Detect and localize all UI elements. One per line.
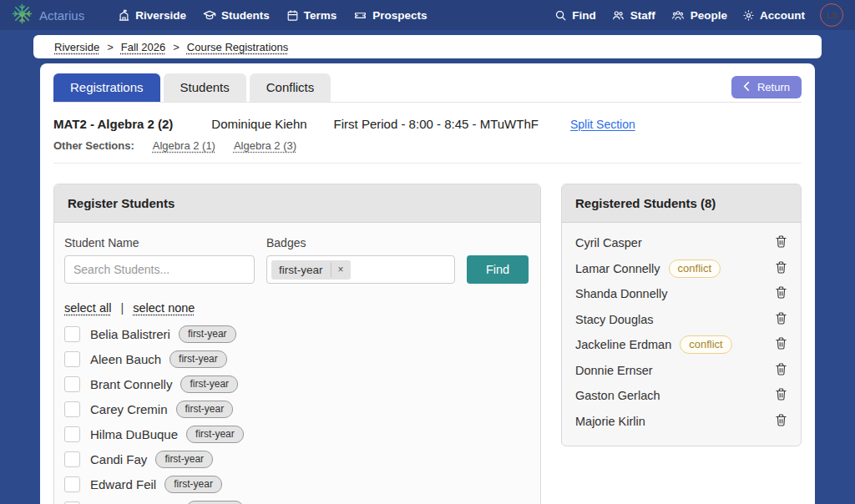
first-year-badge: first-year bbox=[186, 501, 244, 504]
user-avatar[interactable]: LS bbox=[820, 3, 843, 27]
trash-icon bbox=[775, 336, 787, 353]
student-name: Edward Feil bbox=[90, 477, 156, 491]
nav-item-staff[interactable]: Staff bbox=[611, 9, 655, 22]
register-panel-body: Student Name Badges first-year × bbox=[54, 223, 540, 504]
course-info-row: MAT2 - Algebra 2 (2) Dominique Kiehn Fir… bbox=[53, 117, 802, 131]
registered-student-name: Majorie Kirlin bbox=[575, 415, 645, 428]
first-year-badge: first-year bbox=[176, 401, 234, 418]
student-row: Edward Feil first-year bbox=[64, 471, 530, 496]
search-icon bbox=[554, 9, 567, 22]
first-year-badge: first-year bbox=[180, 375, 238, 393]
people-icon bbox=[670, 9, 686, 22]
split-section-link[interactable]: Split Section bbox=[570, 118, 635, 131]
nav-item-account[interactable]: Account bbox=[742, 9, 805, 22]
first-year-badge: first-year bbox=[164, 476, 222, 493]
breadcrumb-riverside[interactable]: Riverside bbox=[54, 41, 99, 53]
chevron-left-icon bbox=[743, 81, 750, 93]
registered-student-row: Cyril Casper bbox=[575, 230, 787, 256]
nav-item-terms[interactable]: Terms bbox=[286, 9, 337, 22]
course-teacher: Dominique Kiehn bbox=[211, 117, 306, 131]
student-checkbox[interactable] bbox=[64, 351, 80, 367]
trash-icon bbox=[775, 311, 787, 328]
student-checkbox[interactable] bbox=[64, 376, 80, 392]
tab-conflicts[interactable]: Conflicts bbox=[250, 73, 331, 102]
panels-container: Register Students Student Name Badges fi… bbox=[53, 184, 802, 504]
breadcrumb-term[interactable]: Fall 2026 bbox=[121, 41, 165, 53]
student-row: Brant Connelly first-year bbox=[64, 371, 530, 396]
main-card: Registrations Students Conflicts Return … bbox=[40, 63, 815, 504]
nav-item-people[interactable]: People bbox=[670, 9, 727, 22]
breadcrumb-course-registrations[interactable]: Course Registrations bbox=[187, 41, 288, 53]
actarius-logo-icon bbox=[12, 3, 33, 28]
register-student-list: Belia Balistreri first-year Aleen Bauch … bbox=[64, 321, 530, 504]
delete-registration-button[interactable] bbox=[775, 387, 787, 404]
nav-item-riverside[interactable]: Riverside bbox=[118, 9, 186, 22]
delete-registration-button[interactable] bbox=[775, 260, 787, 277]
registered-student-name: Gaston Gerlach bbox=[575, 389, 660, 402]
first-year-badge: first-year bbox=[169, 350, 227, 368]
student-checkbox[interactable] bbox=[64, 326, 80, 342]
delete-registration-button[interactable] bbox=[775, 336, 787, 353]
student-name-label: Student Name bbox=[64, 236, 255, 249]
student-name: Hilma DuBuque bbox=[90, 427, 178, 441]
conflict-badge: conflict bbox=[680, 335, 731, 354]
student-checkbox[interactable] bbox=[64, 401, 80, 417]
student-checkbox[interactable] bbox=[64, 501, 80, 504]
student-row: Belia Balistreri first-year bbox=[64, 321, 530, 346]
registered-student-name: Stacy Douglas bbox=[575, 313, 654, 326]
registered-student-row: Shanda Donnelly bbox=[575, 281, 787, 307]
delete-registration-button[interactable] bbox=[775, 311, 787, 328]
student-row: Aleen Bauch first-year bbox=[64, 346, 530, 371]
search-students-input[interactable] bbox=[64, 255, 255, 284]
delete-registration-button[interactable] bbox=[775, 362, 787, 379]
delete-registration-button[interactable] bbox=[775, 413, 787, 430]
select-links-separator: | bbox=[120, 301, 124, 315]
registered-student-row: Majorie Kirlin bbox=[575, 409, 787, 435]
registered-student-row: Jackeline Erdman conflict bbox=[575, 332, 787, 358]
other-sections-row: Other Sections: Algebra 2 (1) Algebra 2 … bbox=[53, 139, 802, 152]
student-checkbox[interactable] bbox=[64, 476, 80, 492]
badges-input[interactable]: first-year × bbox=[266, 255, 455, 284]
student-row: Jerilyn Franecki first-year bbox=[64, 496, 530, 504]
register-students-panel: Register Students Student Name Badges fi… bbox=[53, 184, 541, 504]
select-none-link[interactable]: select none bbox=[133, 301, 195, 315]
tab-students[interactable]: Students bbox=[164, 73, 246, 102]
student-checkbox[interactable] bbox=[64, 451, 80, 467]
other-section-link-2[interactable]: Algebra 2 (3) bbox=[234, 139, 296, 152]
other-sections-label: Other Sections: bbox=[53, 139, 134, 152]
remove-tag-icon[interactable]: × bbox=[331, 260, 351, 280]
nav-item-students[interactable]: Students bbox=[203, 8, 270, 22]
course-schedule: First Period - 8:00 - 8:45 - MTuWThF bbox=[334, 117, 539, 131]
trash-icon bbox=[775, 413, 787, 430]
nav-item-prospects[interactable]: Prospects bbox=[353, 9, 427, 22]
registered-student-name: Lamar Connelly bbox=[575, 262, 660, 275]
student-name: Carey Cremin bbox=[90, 402, 168, 416]
tab-row: Registrations Students Conflicts Return bbox=[53, 73, 802, 103]
trash-icon bbox=[775, 387, 787, 404]
badges-label: Badges bbox=[266, 236, 455, 249]
student-checkbox[interactable] bbox=[64, 426, 80, 442]
section-divider bbox=[53, 163, 802, 164]
registered-panel-body: Cyril Casper bbox=[562, 223, 801, 446]
conflict-badge: conflict bbox=[669, 260, 721, 278]
search-form-row: Student Name Badges first-year × bbox=[64, 236, 530, 284]
first-year-badge: first-year bbox=[179, 325, 236, 343]
badge-filter-tag: first-year × bbox=[271, 260, 351, 280]
tab-registrations[interactable]: Registrations bbox=[53, 73, 160, 102]
delete-registration-button[interactable] bbox=[775, 285, 787, 302]
registered-students-panel: Registered Students (8) Cyril Casper bbox=[561, 184, 802, 446]
student-name: Candi Fay bbox=[90, 452, 147, 466]
find-button[interactable]: Find bbox=[467, 255, 529, 284]
registered-student-name: Cyril Casper bbox=[575, 236, 642, 249]
select-all-link[interactable]: select all bbox=[64, 301, 111, 315]
nav-item-find[interactable]: Find bbox=[554, 9, 596, 22]
student-name: Brant Connelly bbox=[90, 377, 172, 391]
brand[interactable]: Actarius bbox=[12, 3, 84, 28]
registered-student-row: Gaston Gerlach bbox=[575, 383, 787, 409]
delete-registration-button[interactable] bbox=[775, 234, 787, 251]
registered-student-row: Lamar Connelly conflict bbox=[575, 256, 787, 282]
other-section-link-1[interactable]: Algebra 2 (1) bbox=[153, 139, 215, 152]
return-button[interactable]: Return bbox=[731, 76, 802, 98]
registered-student-name: Shanda Donnelly bbox=[575, 287, 667, 300]
navbar-right: Find Staff People bbox=[554, 3, 843, 27]
